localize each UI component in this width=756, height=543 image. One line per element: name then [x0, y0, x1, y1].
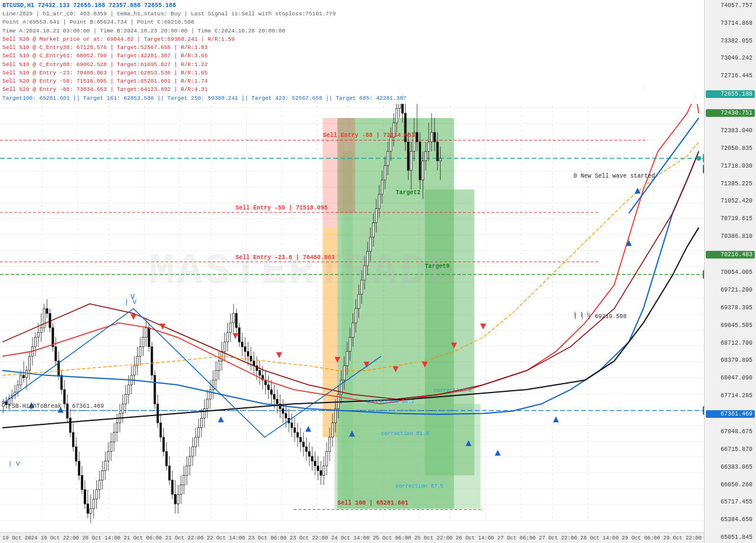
time-5: 22 Oct 14:00: [207, 535, 245, 541]
chart-line3: Time A:2024.10.21 03:00:00 | Time B:2024…: [2, 27, 700, 35]
sell-row-3: Sell %10 @ C_Entry61: 68052.799 | Target…: [2, 52, 700, 60]
time-axis: 19 Oct 2024 19 Oct 22:00 20 Oct 14:00 21…: [0, 532, 704, 543]
time-4: 21 Oct 22:00: [165, 535, 204, 541]
time-3: 21 Oct 06:00: [123, 535, 162, 541]
price-p12: 70386.810: [706, 233, 755, 240]
time-15: 29 Oct 06:00: [622, 535, 660, 541]
price-p8: 71718.030: [706, 163, 755, 169]
chart-line2: Point A:69553.641 | Point B:65624.734 | …: [2, 18, 700, 27]
time-10: 25 Oct 22:00: [414, 535, 452, 541]
price-p9: 71385.225: [706, 181, 755, 187]
price-p1: 73714.868: [706, 20, 755, 27]
sell-info-rows: Sell %20 @ Market price or at: 69044.82 …: [2, 35, 700, 94]
price-p15: 69378.395: [706, 305, 755, 311]
price-target0: 70216.483: [706, 251, 755, 259]
time-16: 29 Oct 22:00: [663, 535, 702, 541]
sell-row-4: Sell %10 @ C_Entry88: 69062.528 | Target…: [2, 61, 700, 69]
price-p23: 66383.065: [706, 464, 755, 470]
price-current: 72655.188: [706, 90, 755, 98]
sell-row-1: Sell %20 @ Market price or at: 69044.82 …: [2, 35, 700, 44]
price-p16: 69045.505: [706, 322, 755, 329]
time-6: 23 Oct 06:00: [248, 535, 286, 541]
price-p19: 68047.090: [706, 375, 755, 381]
chart-title: BTCUSD,H1 72432.133 72655.188 72357.688 …: [2, 1, 700, 10]
price-p22: 66715.870: [706, 446, 755, 453]
time-14: 28 Oct 14:00: [581, 535, 619, 541]
price-p6: 72383.040: [706, 127, 755, 134]
price-p13: 70054.005: [706, 269, 755, 276]
price-p25: 65717.455: [706, 499, 755, 505]
price-p14: 69721.200: [706, 287, 755, 293]
price-p17: 68712.700: [706, 340, 755, 346]
time-11: 26 Oct 14:00: [456, 535, 494, 541]
time-1: 19 Oct 22:00: [41, 535, 79, 541]
sell-row-2: Sell %10 @ C_Entry38: 67125.576 | Target…: [2, 44, 700, 52]
price-p10: 71052.420: [706, 198, 755, 204]
sell-row-7: Sell %20 @ Entry -88: 73034.653 | Target…: [2, 86, 700, 94]
price-p4: 72716.445: [706, 73, 755, 79]
time-8: 24 Oct 14:00: [331, 535, 370, 541]
price-fsb: 67361.469: [706, 410, 755, 418]
price-p18: 68379.895: [706, 357, 755, 364]
price-p20: 67714.285: [706, 392, 755, 399]
time-13: 27 Oct 22:00: [539, 535, 577, 541]
sell-row-6: Sell %20 @ Entry -50: 71518.095 | Target…: [2, 77, 700, 86]
time-12: 27 Oct 06:00: [497, 535, 536, 541]
price-top: 74057.757: [706, 2, 755, 9]
chart-line1: Line:2829 | h1_atr_c0: 403.0359 | tema_h…: [2, 10, 700, 18]
price-p7: 72050.835: [706, 145, 755, 152]
price-p21: 67048.675: [706, 428, 755, 435]
price-bid: 72430.751: [706, 109, 755, 117]
sell-row-5: Sell %10 @ Entry -23: 70480.863 | Target…: [2, 69, 700, 77]
price-bottom: 65051.845: [706, 534, 755, 541]
time-2: 20 Oct 14:00: [82, 535, 120, 541]
target-row: Target100: 65281.601 || Target 161: 6285…: [2, 94, 700, 103]
time-0: 19 Oct 2024: [2, 535, 37, 541]
price-p26: 65384.650: [706, 516, 755, 523]
time-7: 23 Oct 22:00: [290, 535, 328, 541]
price-p3: 73049.242: [706, 55, 755, 61]
price-p11: 70719.615: [706, 215, 755, 222]
time-9: 25 Oct 06:00: [373, 535, 411, 541]
chart-container: BTCUSD,H1 72432.133 72655.188 72357.688 …: [0, 0, 756, 543]
price-p2: 73382.055: [706, 38, 755, 44]
price-p24: 66050.260: [706, 482, 755, 488]
chart-info-panel: BTCUSD,H1 72432.133 72655.188 72357.688 …: [0, 0, 703, 104]
price-scale: 74057.757 73714.868 73382.055 73049.242 …: [704, 0, 756, 543]
